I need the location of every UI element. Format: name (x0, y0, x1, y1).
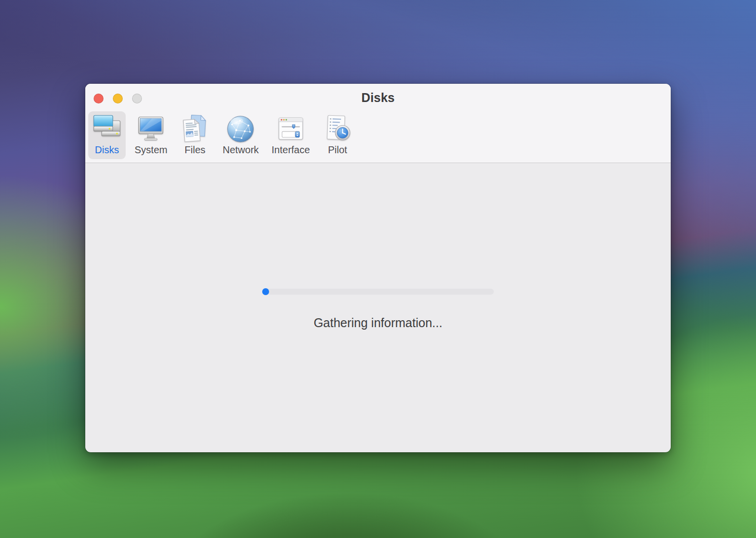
toolbar-item-label: System (135, 144, 168, 156)
toolbar-item-disks[interactable]: Disks (88, 111, 126, 159)
toolbar-item-pilot[interactable]: Pilot (319, 111, 356, 159)
toolbar-item-label: Files (185, 144, 206, 156)
toolbar: Disks (85, 109, 671, 159)
controls-window-icon (276, 114, 306, 143)
disks-window: Disks (85, 84, 671, 452)
network-globe-icon (226, 114, 255, 143)
window-titlebar[interactable]: Disks (85, 84, 671, 109)
progress-fill (262, 288, 269, 295)
toolbar-item-files[interactable]: Files (176, 111, 214, 159)
status-text: Gathering information... (85, 316, 671, 330)
window-title: Disks (85, 84, 671, 109)
toolbar-item-label: Interface (272, 144, 310, 156)
toolbar-item-label: Disks (95, 144, 119, 156)
toolbar-item-label: Network (223, 144, 259, 156)
checklist-clock-icon (323, 114, 352, 143)
toolbar-item-label: Pilot (328, 144, 347, 156)
toolbar-item-network[interactable]: Network (219, 111, 263, 159)
hard-disks-icon (92, 114, 122, 143)
toolbar-item-interface[interactable]: Interface (268, 111, 314, 159)
window-header: Disks (85, 84, 671, 163)
monitor-icon (136, 114, 166, 143)
progress-track (262, 289, 494, 295)
documents-icon (180, 114, 210, 143)
toolbar-item-system[interactable]: System (131, 111, 172, 159)
window-content: Gathering information... (85, 163, 671, 452)
